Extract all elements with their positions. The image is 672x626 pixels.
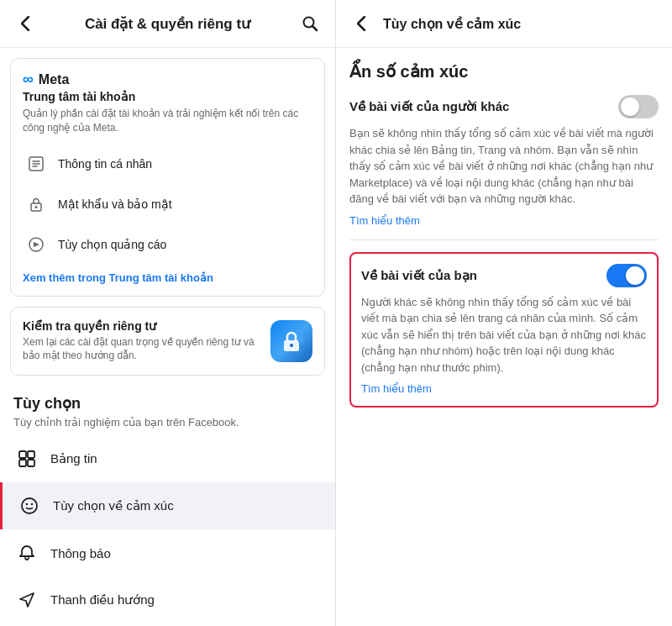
menu-item-camxuc[interactable]: Tùy chọn về cảm xúc xyxy=(0,482,335,529)
section2-toggle-row: Về bài viết của bạn xyxy=(361,264,647,287)
left-header-title: Cài đặt & quyền riêng tư xyxy=(37,15,298,33)
meta-card-desc: Quản lý phần cài đặt tài khoản và trải n… xyxy=(23,107,312,135)
meta-account-card: ∞ Meta Trung tâm tài khoản Quản lý phần … xyxy=(10,58,325,297)
password-label: Mật khẩu và bảo mật xyxy=(58,197,172,211)
svg-rect-13 xyxy=(19,460,26,466)
svg-point-6 xyxy=(35,206,38,208)
section-divider xyxy=(349,239,659,240)
svg-point-9 xyxy=(290,344,293,347)
left-panel: Cài đặt & quyền riêng tư ∞ Meta Trung tâ… xyxy=(0,0,336,626)
section2-toggle[interactable] xyxy=(606,264,647,287)
tuychon-section-title: Tùy chọn xyxy=(0,386,335,416)
menu-item-bangtine[interactable]: Bảng tin xyxy=(0,435,335,482)
svg-rect-11 xyxy=(19,451,26,458)
section1-toggle-thumb xyxy=(621,97,639,116)
meta-brand: Meta xyxy=(39,72,69,87)
personal-info-label: Thông tin cá nhân xyxy=(58,157,152,171)
section2-learn-more-link[interactable]: Tìm hiểu thêm xyxy=(361,382,432,395)
section2-toggle-thumb xyxy=(626,266,644,285)
ads-label: Tùy chọn quảng cáo xyxy=(58,238,166,251)
meta-logo-icon: ∞ xyxy=(23,71,34,88)
meta-menu-password[interactable]: Mật khẩu và bảo mật xyxy=(23,184,312,224)
privacy-lock-icon xyxy=(270,320,312,362)
section1-container: Về bài viết của người khác Bạn sẽ không … xyxy=(349,95,659,228)
menu-list: Bảng tin Tùy chọn về cảm xúc Thông b xyxy=(0,435,335,626)
svg-point-17 xyxy=(31,503,33,505)
section1-label: Về bài viết của người khác xyxy=(349,99,509,114)
privacy-check-card[interactable]: Kiểm tra quyền riêng tư Xem lại các cài … xyxy=(10,307,325,376)
privacy-card-desc: Xem lại các cài đặt quan trọng về quyền … xyxy=(23,335,270,364)
meta-menu-personal-info[interactable]: Thông tin cá nhân xyxy=(23,144,312,184)
meta-menu-ads[interactable]: Tùy chọn quảng cáo xyxy=(23,224,312,265)
back-icon[interactable] xyxy=(13,12,37,35)
right-panel: Tùy chọn về cảm xúc Ẩn số cảm xúc Về bài… xyxy=(336,0,672,626)
privacy-card-title: Kiểm tra quyền riêng tư xyxy=(23,319,270,333)
svg-point-16 xyxy=(26,503,28,505)
password-icon xyxy=(23,191,50,218)
section2-description: Người khác sẽ không nhìn thấy tổng số cả… xyxy=(361,294,647,376)
menu-item-thanhdieuhuong[interactable]: Thanh điều hướng xyxy=(0,576,335,623)
camxuc-label: Tùy chọn về cảm xúc xyxy=(53,498,174,513)
ads-icon xyxy=(23,231,50,258)
bangtine-icon xyxy=(13,445,40,472)
svg-rect-12 xyxy=(28,451,34,458)
svg-rect-14 xyxy=(28,460,34,466)
svg-rect-10 xyxy=(298,336,303,343)
section1-toggle[interactable] xyxy=(618,95,659,118)
right-content: Ẩn số cảm xúc Về bài viết của người khác… xyxy=(336,48,672,626)
camxuc-icon xyxy=(16,492,43,519)
privacy-card-content: Kiểm tra quyền riêng tư Xem lại các cài … xyxy=(23,319,270,364)
thanhdieuhuong-label: Thanh điều hướng xyxy=(50,592,155,608)
section2-container: Về bài viết của bạn Người khác sẽ không … xyxy=(349,252,659,408)
meta-card-title: Trung tâm tài khoản xyxy=(23,90,312,103)
thongbao-label: Thông báo xyxy=(50,546,111,560)
right-header: Tùy chọn về cảm xúc xyxy=(336,0,672,48)
section1-learn-more-link[interactable]: Tìm hiểu thêm xyxy=(349,214,420,227)
section2-label: Về bài viết của bạn xyxy=(361,268,477,283)
right-back-icon[interactable] xyxy=(349,12,373,35)
thongbao-icon xyxy=(13,539,40,566)
meta-logo-row: ∞ Meta xyxy=(23,71,312,88)
right-header-title: Tùy chọn về cảm xúc xyxy=(383,16,521,32)
tuychon-section-subtitle: Tùy chỉnh trải nghiệm của bạn trên Faceb… xyxy=(0,416,335,435)
thanhdieuhuong-icon xyxy=(13,587,40,613)
left-header: Cài đặt & quyền riêng tư xyxy=(0,0,335,48)
meta-card-link[interactable]: Xem thêm trong Trung tâm tài khoản xyxy=(23,271,312,284)
section1-description: Bạn sẽ không nhìn thấy tổng số cảm xúc v… xyxy=(349,125,659,208)
bangtine-label: Bảng tin xyxy=(50,451,97,466)
svg-point-15 xyxy=(22,498,37,513)
menu-item-thongbao[interactable]: Thông báo xyxy=(0,529,335,576)
right-main-title: Ẩn số cảm xúc xyxy=(349,61,659,82)
search-icon[interactable] xyxy=(298,12,322,35)
section1-toggle-row: Về bài viết của người khác xyxy=(349,95,659,118)
personal-info-icon xyxy=(23,150,50,177)
